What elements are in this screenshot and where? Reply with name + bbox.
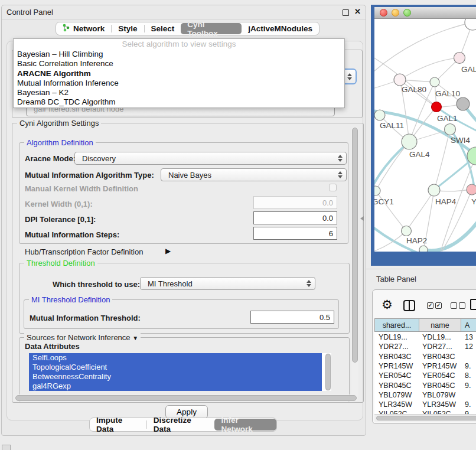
network-canvas[interactable]: GAL7 GAL80 GAL10 GAL1 GAL11 SWI4 GAL4 GC… — [374, 19, 476, 252]
column-header-shared-name[interactable]: shared... — [374, 318, 419, 332]
attribute-item[interactable]: SelfLoops — [29, 353, 322, 363]
cell-shared-name[interactable]: YBL079W — [379, 390, 412, 400]
cell-value[interactable]: 9. — [465, 361, 471, 371]
cell-name[interactable]: YBR043C — [422, 352, 455, 361]
node-gal4[interactable] — [402, 134, 417, 149]
node-hap2[interactable] — [402, 226, 412, 236]
sources-expanded-arrow-icon[interactable]: ▼ — [132, 335, 138, 341]
popup-item[interactable]: Dream8 DC_TDC Algorithm — [14, 97, 344, 107]
attribute-item[interactable]: BetweennessCentrality — [29, 372, 322, 381]
node-swi4[interactable] — [445, 124, 456, 135]
tab-infer-network[interactable]: Infer Network — [214, 419, 276, 431]
tab-discretize-data[interactable]: Discretize Data — [147, 418, 215, 431]
table-hscrollbar-thumb[interactable] — [376, 416, 476, 420]
node-hap4[interactable] — [428, 184, 440, 196]
cell-shared-name[interactable]: YIL052C — [379, 409, 407, 414]
aracne-mode-combo[interactable]: Discovery — [74, 152, 347, 165]
node-gal11[interactable] — [374, 110, 385, 120]
node-gal10[interactable] — [430, 77, 439, 87]
minimize-traffic-light-icon[interactable] — [392, 9, 399, 17]
mi-steps-field[interactable]: 6 — [253, 227, 337, 240]
gear-icon[interactable]: ⚙ — [382, 299, 393, 311]
attribute-item[interactable]: gal4RGexp — [29, 381, 322, 391]
data-attributes-list[interactable]: SelfLoops TopologicalCoefficient Between… — [29, 353, 331, 391]
settings-vscrollbar-track[interactable] — [351, 126, 358, 398]
node-gcy1[interactable] — [374, 186, 380, 195]
mi-type-combo[interactable]: Naive Bayes — [161, 168, 347, 181]
cell-name[interactable]: YIL052C — [422, 409, 451, 414]
cell-name[interactable]: YDR27... — [422, 342, 452, 351]
dpi-tolerance-field[interactable]: 0.0 — [253, 211, 337, 224]
splitter-collapse-arrow[interactable] — [360, 216, 364, 221]
unchecked-checkbox-icon[interactable] — [451, 302, 457, 309]
popup-item[interactable]: Bayesian – Hill Climbing — [14, 50, 344, 59]
column-header-name[interactable]: name — [419, 318, 461, 332]
settings-hscrollbar-track[interactable] — [14, 394, 358, 402]
node-gal80[interactable] — [394, 74, 406, 86]
mi-threshold-group-title: MI Threshold Definition — [29, 295, 112, 304]
float-window-icon[interactable] — [343, 9, 349, 16]
control-panel-titlebar[interactable]: Control Panel ✕ — [2, 5, 366, 19]
node-gal7[interactable] — [454, 53, 465, 64]
cell-shared-name[interactable]: YER054C — [379, 371, 412, 380]
tab-cyni-toolbox[interactable]: Cyni Toolbox — [181, 23, 242, 34]
docked-panel-fragment[interactable] — [2, 445, 11, 450]
settings-hscrollbar-thumb[interactable] — [15, 395, 357, 401]
hub-section-label[interactable]: Hub/Transcription Factor Definition — [25, 247, 143, 256]
node-unlabeled-top[interactable] — [465, 19, 476, 30]
mi-threshold-field[interactable]: 0.5 — [250, 311, 334, 324]
node-bottom-partial[interactable] — [419, 246, 428, 252]
cell-name[interactable]: YDL19... — [422, 332, 451, 342]
kernel-width-label: Kernel Width (0,1): — [25, 200, 93, 208]
checked-checkbox-icon[interactable]: ✓ — [435, 302, 442, 309]
tab-impute-data[interactable]: Impute Data — [90, 418, 146, 431]
cell-value[interactable]: 9. — [465, 381, 471, 390]
cell-name[interactable]: YBR045C — [422, 381, 455, 390]
popup-item[interactable]: Basic Correlation Inference — [14, 59, 344, 69]
popup-item[interactable]: Mutual Information Inference — [14, 79, 344, 88]
cell-shared-name[interactable]: YPR145W — [379, 361, 413, 371]
cell-shared-name[interactable]: YDL19... — [379, 332, 407, 342]
cell-value[interactable]: 9. — [465, 400, 471, 409]
checked-checkbox-icon[interactable]: ✓ — [427, 302, 433, 309]
which-threshold-combo[interactable]: MI Threshold — [140, 277, 315, 290]
table-hscrollbar-track[interactable] — [374, 414, 476, 422]
cell-shared-name[interactable]: YLR345W — [379, 400, 412, 409]
attribute-item[interactable]: TopologicalCoefficient — [29, 363, 322, 372]
table-body: YDL19... YDL19... 13 YDR27... YDR27... 1… — [374, 332, 476, 414]
cell-shared-name[interactable]: YBR043C — [379, 352, 412, 361]
page-icon[interactable] — [470, 299, 476, 310]
unchecked-checkbox-icon[interactable] — [459, 302, 465, 309]
attributes-scrollbar-thumb[interactable] — [325, 354, 331, 390]
hub-collapsed-arrow-icon[interactable]: ▶ — [165, 247, 171, 255]
network-window-titlebar[interactable] — [374, 7, 476, 19]
tab-jactivemnodules[interactable]: jActiveMNodules — [242, 22, 319, 35]
cell-name[interactable]: YER054C — [422, 371, 455, 380]
cell-name[interactable]: YLR345W — [422, 400, 456, 409]
tab-network[interactable]: Network — [56, 22, 111, 35]
tab-select[interactable]: Select — [144, 22, 181, 35]
popup-item[interactable]: Bayesian – K2 — [14, 88, 344, 97]
mi-type-label: Mutual Information Algorithm Type: — [25, 171, 154, 180]
cell-value[interactable]: 12 — [465, 342, 473, 351]
attributes-scrollbar-track[interactable] — [325, 353, 331, 391]
column-header-third[interactable]: A — [461, 318, 476, 332]
cell-value[interactable]: 9 — [465, 409, 469, 414]
close-traffic-light-icon[interactable] — [380, 9, 387, 17]
zoom-traffic-light-icon[interactable] — [403, 9, 411, 17]
popup-item-selected[interactable]: ARACNE Algorithm — [14, 69, 344, 79]
settings-vscrollbar-thumb[interactable] — [352, 128, 358, 363]
cell-name[interactable]: YPR145W — [422, 361, 457, 371]
tab-style[interactable]: Style — [112, 22, 144, 35]
cell-value[interactable]: 8. — [465, 371, 471, 380]
close-icon[interactable]: ✕ — [354, 7, 361, 16]
node-gal1-selected[interactable] — [432, 102, 442, 112]
cell-shared-name[interactable]: YDR27... — [379, 342, 409, 351]
node-pink-right[interactable] — [467, 184, 476, 195]
cell-shared-name[interactable]: YBR045C — [379, 381, 412, 390]
cell-value[interactable]: 13 — [465, 332, 473, 342]
mi-threshold-label: Mutual Information Threshold: — [30, 314, 141, 322]
node-gray[interactable] — [457, 97, 470, 110]
split-columns-icon[interactable] — [403, 300, 415, 311]
cell-name[interactable]: YBL079W — [422, 390, 455, 400]
